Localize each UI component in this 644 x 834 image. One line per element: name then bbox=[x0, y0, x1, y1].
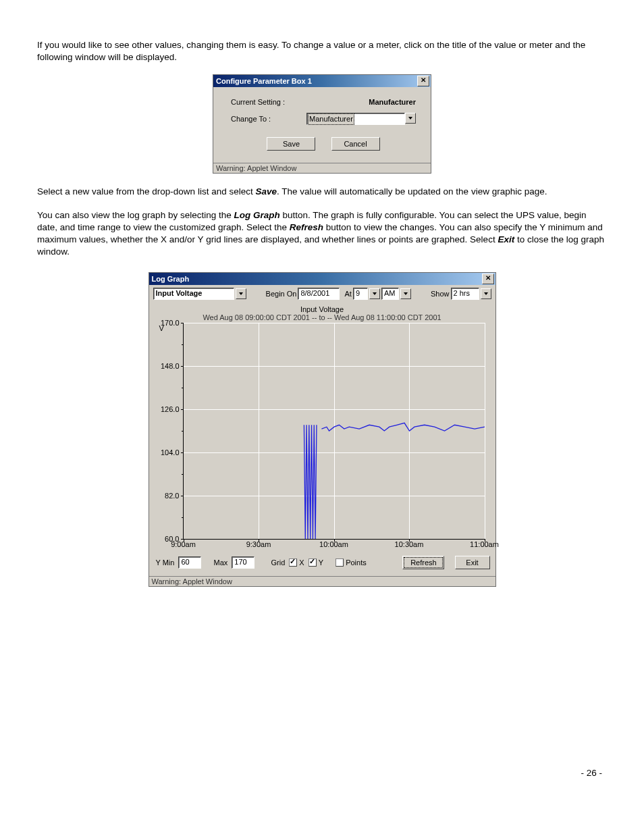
close-icon[interactable]: ✕ bbox=[482, 273, 494, 284]
grid-label: Grid bbox=[271, 558, 286, 567]
x-tick-label: 10:00am bbox=[319, 540, 348, 548]
dropdown-icon[interactable] bbox=[481, 288, 491, 299]
log-toolbar-top: Input Voltage Begin On 8/8/2001 At 9 AM … bbox=[149, 285, 495, 303]
log-graph-title: Log Graph bbox=[152, 275, 190, 283]
current-setting-label: Current Setting : bbox=[231, 98, 306, 106]
grid-y-checkbox[interactable]: Y bbox=[308, 558, 323, 567]
x-tick-label: 10:30am bbox=[395, 540, 424, 548]
show-select[interactable]: 2 hrs bbox=[451, 288, 479, 300]
ymax-input[interactable]: 170 bbox=[232, 556, 254, 569]
checkbox-icon bbox=[336, 558, 344, 567]
chart-title: Input Voltage bbox=[156, 305, 489, 313]
dropdown-icon[interactable] bbox=[400, 288, 411, 299]
configure-statusbar: Warning: Applet Window bbox=[213, 163, 431, 173]
exit-button[interactable]: Exit bbox=[455, 556, 490, 569]
checkbox-icon bbox=[308, 558, 317, 567]
configure-titlebar[interactable]: Configure Parameter Box 1 ✕ bbox=[213, 75, 431, 87]
dropdown-icon[interactable] bbox=[405, 113, 416, 124]
log-toolbar-bottom: Y Min 60 Max 170 Grid X Y Points Refresh… bbox=[149, 552, 495, 576]
log-graph-titlebar[interactable]: Log Graph ✕ bbox=[149, 273, 495, 285]
chart-area: Input Voltage Wed Aug 08 09:00:00 CDT 20… bbox=[149, 303, 495, 552]
log-graph-dialog: Log Graph ✕ Input Voltage Begin On 8/8/2… bbox=[149, 272, 496, 587]
ymin-label: Y Min bbox=[156, 558, 175, 567]
change-to-selected: Manufacturer bbox=[308, 113, 354, 125]
chart-plot: V 9:00am9:30am10:00am10:30am11:00am60.08… bbox=[183, 323, 485, 540]
paragraph-1: If you would like to see other values, c… bbox=[37, 39, 607, 63]
at-hour-input[interactable]: 9 bbox=[353, 288, 368, 300]
x-tick-label: 11:00am bbox=[470, 540, 499, 548]
parameter-select[interactable]: Input Voltage bbox=[153, 288, 234, 300]
grid-x-checkbox[interactable]: X bbox=[289, 558, 304, 567]
close-icon[interactable]: ✕ bbox=[417, 76, 429, 86]
paragraph-3: You can also view the log graph by selec… bbox=[37, 209, 607, 259]
y-tick-label: 126.0 bbox=[161, 405, 180, 413]
show-label: Show bbox=[431, 290, 450, 298]
cancel-button[interactable]: Cancel bbox=[331, 137, 380, 151]
ymin-input[interactable]: 60 bbox=[178, 556, 201, 569]
y-tick-label: 104.0 bbox=[161, 448, 180, 457]
ampm-select[interactable]: AM bbox=[381, 288, 399, 300]
dropdown-icon[interactable] bbox=[236, 288, 246, 299]
begin-on-input[interactable]: 8/8/2001 bbox=[298, 288, 340, 300]
current-setting-value: Manufacturer bbox=[306, 98, 416, 106]
at-label: At bbox=[345, 290, 352, 298]
dropdown-icon[interactable] bbox=[369, 288, 380, 299]
y-tick-label: 60.0 bbox=[165, 535, 179, 543]
configure-title: Configure Parameter Box 1 bbox=[216, 77, 312, 85]
change-to-select[interactable]: Manufacturer bbox=[306, 113, 405, 125]
page-number: - 26 - bbox=[581, 768, 602, 778]
ymax-label: Max bbox=[214, 558, 228, 567]
save-button[interactable]: Save bbox=[267, 137, 315, 151]
paragraph-2: Select a new value from the drop-down li… bbox=[37, 186, 607, 198]
checkbox-icon bbox=[289, 558, 297, 567]
y-tick-label: 82.0 bbox=[165, 492, 179, 500]
configure-dialog: Configure Parameter Box 1 ✕ Current Sett… bbox=[213, 74, 431, 174]
y-tick-label: 148.0 bbox=[161, 362, 180, 370]
x-tick-label: 9:30am bbox=[246, 540, 271, 548]
chart-subtitle: Wed Aug 08 09:00:00 CDT 2001 -- to -- We… bbox=[156, 313, 489, 321]
begin-on-label: Begin On bbox=[266, 290, 297, 298]
refresh-button[interactable]: Refresh bbox=[402, 556, 444, 569]
change-to-label: Change To : bbox=[231, 115, 306, 123]
y-tick-label: 170.0 bbox=[161, 319, 180, 327]
points-checkbox[interactable]: Points bbox=[336, 558, 367, 567]
log-statusbar: Warning: Applet Window bbox=[149, 576, 495, 586]
